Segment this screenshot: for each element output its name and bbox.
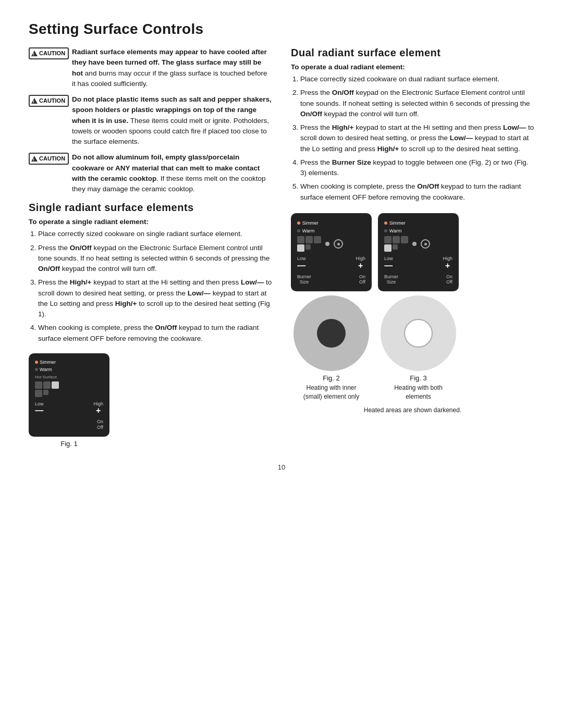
control-panel-fig2: Simmer Warm [291, 213, 372, 291]
high-symbol: + [96, 406, 101, 415]
simmer-label-3: Simmer [389, 220, 406, 226]
panel2-heat-group [297, 236, 321, 252]
control-panel-fig3: Simmer Warm [378, 213, 459, 291]
warning-triangle-icon [31, 51, 38, 56]
fig2-burner-circle [293, 295, 369, 371]
fig2-burner-inner [317, 319, 346, 348]
panel3-on-off-button[interactable]: OnOff [446, 274, 452, 286]
panel2-burner-size-button[interactable]: BurnerSize [297, 274, 311, 286]
simmer-dot-3 [384, 221, 387, 225]
panel3-indicators: Simmer Warm [384, 218, 452, 234]
heat-sq-2 [43, 381, 51, 389]
dual-figures-area: Simmer Warm [291, 213, 534, 401]
panel2-high-label: High [356, 256, 365, 262]
dual-step-3: Press the High/+ keypad to start at the … [300, 122, 534, 154]
on-off-label: OnOff [97, 419, 103, 430]
single-step-1: Place correctly sized cookware on single… [38, 229, 272, 239]
heat-icons-row [35, 381, 103, 397]
simmer-dot [35, 361, 38, 364]
fig2-label: Fig. 2 [323, 374, 340, 382]
hot-surface-label: Hot Surface [35, 375, 103, 379]
fig3-burner-circle [381, 295, 456, 371]
panel3-on-off-label: OnOff [446, 274, 452, 286]
fig3-pair: Simmer Warm [378, 213, 459, 401]
p2-sq5 [305, 244, 311, 250]
warm-dot-3 [384, 229, 387, 232]
warning-triangle-icon-3 [31, 156, 38, 162]
panel2-on-off-label: OnOff [359, 274, 365, 286]
panel2-high-button[interactable]: High + [356, 256, 365, 270]
fig3-burner-inner [404, 319, 433, 348]
single-subheader: To operate a single radiant element: [29, 218, 272, 226]
panel3-burner-dot [412, 242, 417, 246]
fig1-row: Simmer Warm Hot Surface [29, 353, 272, 448]
panel2-low-button[interactable]: Low — [297, 256, 306, 270]
page-number: 10 [29, 463, 534, 471]
panel2-target-icon [334, 239, 343, 249]
single-step-3: Press the High/+ keypad to start at the … [38, 277, 272, 319]
panel3-high-label: High [443, 256, 452, 262]
right-column: Dual radiant surface element To operate … [291, 47, 534, 448]
caution-badge-3: CAUTION [29, 153, 69, 165]
simmer-dot-2 [297, 221, 300, 225]
panel3-high-button[interactable]: High + [443, 256, 452, 270]
caution-block-3: CAUTION Do not allow aluminum foil, empt… [29, 152, 272, 194]
panel2-heat-row [297, 236, 365, 252]
p3-sq2 [393, 236, 400, 243]
fig2-desc: Heating with inner(small) element only [303, 384, 359, 401]
heat-sq-3-active [52, 381, 59, 389]
high-button[interactable]: High + [93, 401, 103, 415]
dual-step-1: Place correctly sized cookware on dual r… [300, 74, 534, 84]
left-column: CAUTION Radiant surface elements may app… [29, 47, 272, 448]
warm-dot [35, 368, 38, 371]
fig2-pair: Simmer Warm [291, 213, 372, 401]
panel2-bottom-row: BurnerSize OnOff [297, 274, 365, 286]
fig3-desc: Heating with bothelements [394, 384, 443, 401]
p2-sq1 [297, 236, 304, 243]
panel3-low-button[interactable]: Low — [384, 256, 393, 270]
p3-sq4-active [384, 244, 391, 252]
panel3-burner-size-button[interactable]: BurnerSize [384, 274, 398, 286]
panel2-burner-size-label: BurnerSize [297, 274, 311, 286]
fig3-label: Fig. 3 [410, 374, 427, 382]
warm-label-3: Warm [389, 228, 402, 233]
panel3-low-symbol: — [384, 262, 393, 270]
panel2-low-label: Low [297, 256, 306, 262]
low-symbol: — [35, 406, 43, 415]
simmer-label-2: Simmer [302, 220, 319, 226]
caution-text-3: Do not allow aluminum foil, empty glass/… [72, 152, 272, 194]
caution-block-2: CAUTION Do not place plastic items such … [29, 94, 272, 147]
fig1-label: Fig. 1 [60, 440, 78, 448]
warning-triangle-icon-2 [31, 98, 38, 104]
page-title: Setting Surface Controls [29, 21, 534, 38]
panel3-heat-group [384, 236, 408, 252]
p2-sq3 [314, 236, 321, 243]
panel3-heat-row [384, 236, 452, 252]
panel2-low-symbol: — [297, 262, 305, 270]
dual-steps-list: Place correctly sized cookware on dual r… [291, 74, 534, 203]
panel3-high-symbol: + [445, 262, 450, 270]
panel3-target-icon [421, 239, 430, 249]
panel-bottom-row: OnOff [35, 419, 103, 430]
on-off-button[interactable]: OnOff [97, 419, 103, 430]
panel2-on-off-button[interactable]: OnOff [359, 274, 365, 286]
p3-sq3 [401, 236, 408, 243]
dual-step-5: When cooking is complete, press the On/O… [300, 181, 534, 203]
panel3-low-label: Low [384, 256, 393, 262]
dual-step-4: Press the Burner Size keypad to toggle b… [300, 157, 534, 179]
panel-indicators: Simmer Warm [35, 359, 103, 374]
simmer-label: Simmer [40, 359, 56, 366]
heat-sq-4 [35, 390, 42, 397]
panel3-btn-row: Low — High + [384, 256, 452, 270]
panel2-btn-row: Low — High + [297, 256, 365, 270]
low-button[interactable]: Low — [35, 401, 44, 415]
warm-dot-2 [297, 229, 300, 232]
dual-step-2: Press the On/Off keypad on the Electroni… [300, 88, 534, 119]
p3-sq5 [393, 244, 398, 250]
warm-label: Warm [40, 366, 52, 373]
caution-badge-1: CAUTION [29, 47, 69, 59]
dual-subheader: To operate a dual radiant element: [291, 63, 534, 71]
panel2-indicators: Simmer Warm [297, 218, 365, 234]
caution-badge-2: CAUTION [29, 95, 69, 107]
heated-note: Heated areas are shown darkened. [291, 406, 534, 414]
